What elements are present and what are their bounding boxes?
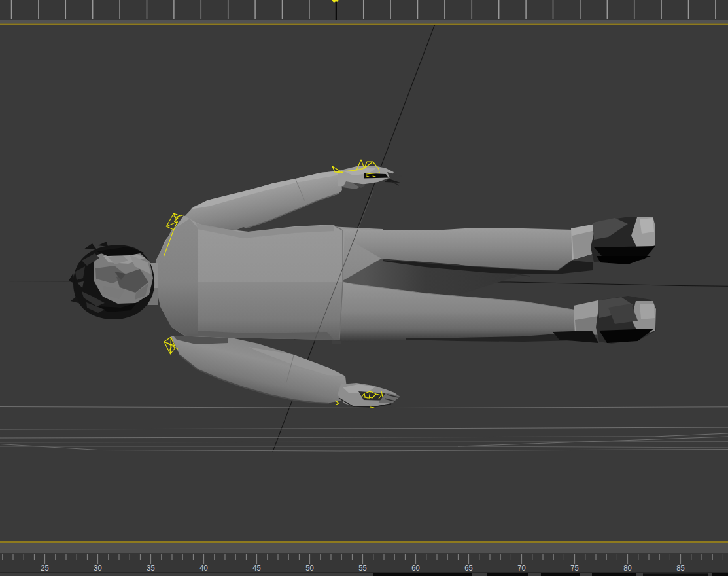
svg-text:75: 75 [570,563,579,573]
svg-text:25: 25 [41,563,49,573]
svg-text:55: 55 [358,563,367,573]
svg-text:85: 85 [676,563,685,573]
svg-text:30: 30 [94,563,102,573]
svg-text:35: 35 [147,563,155,573]
svg-text:60: 60 [411,563,420,573]
svg-text:65: 65 [464,563,473,573]
svg-text:40: 40 [199,563,208,573]
svg-text:70: 70 [517,563,526,573]
svg-text:50: 50 [305,563,314,573]
svg-text:45: 45 [252,563,261,573]
svg-text:80: 80 [623,563,632,573]
